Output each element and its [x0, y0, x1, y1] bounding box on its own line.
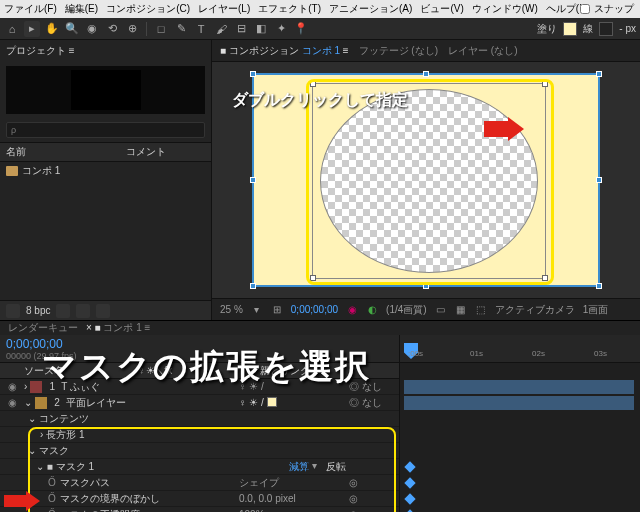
new-comp-icon[interactable] [76, 304, 90, 318]
prop-maskpath[interactable]: Őマスクパスシェイプ◎ [0, 475, 399, 491]
selection-tool[interactable]: ▸ [24, 21, 40, 37]
menu-file[interactable]: ファイル(F) [4, 2, 57, 16]
col-comment[interactable]: コメント [126, 145, 166, 159]
stroke-label: 線 [583, 22, 593, 36]
eye-icon[interactable]: ◉ [0, 397, 24, 408]
zoom-tool[interactable]: 🔍 [64, 21, 80, 37]
puppet-tool[interactable]: 📍 [293, 21, 309, 37]
prop-maskopacity[interactable]: Őマスクの不透明度100%◎ [0, 507, 399, 512]
snapshot-icon[interactable]: ◉ [346, 304, 358, 316]
arrow-icon [484, 117, 524, 141]
project-item-label: コンポ 1 [22, 164, 60, 178]
time-ruler[interactable]: ;00s 01s 02s 03s [400, 335, 640, 363]
brush-tool[interactable]: 🖌 [213, 21, 229, 37]
group-contents[interactable]: ⌄ コンテンツ [0, 411, 399, 427]
menu-layer[interactable]: レイヤー(L) [198, 2, 250, 16]
tab-renderqueue[interactable]: レンダーキュー [8, 321, 78, 335]
layer-bar-1[interactable] [404, 380, 634, 394]
viewer-tab-footage[interactable]: フッテージ (なし) [359, 44, 438, 58]
shape-tool[interactable]: □ [153, 21, 169, 37]
grid-icon[interactable]: ⊞ [271, 304, 283, 316]
3d-icon[interactable]: ⬚ [475, 304, 487, 316]
region-icon[interactable]: ▭ [435, 304, 447, 316]
fill-swatch[interactable] [563, 22, 577, 36]
mask-bounding-box[interactable] [312, 83, 546, 279]
timeline-tracks[interactable]: ;00s 01s 02s 03s [400, 335, 640, 512]
comp-icon [6, 166, 18, 176]
viewer-tab-layer[interactable]: レイヤー (なし) [448, 44, 517, 58]
stroke-width[interactable]: - px [619, 23, 636, 34]
menu-window[interactable]: ウィンドウ(W) [472, 2, 538, 16]
project-item-comp1[interactable]: コンポ 1 [0, 162, 211, 180]
layer-bar-2[interactable] [404, 396, 634, 410]
new-folder-icon[interactable] [56, 304, 70, 318]
project-search[interactable]: ρ [6, 122, 205, 138]
snap-label: スナップ [594, 2, 634, 16]
menu-comp[interactable]: コンポジション(C) [106, 2, 190, 16]
stamp-tool[interactable]: ⊟ [233, 21, 249, 37]
project-title: プロジェクト ≡ [0, 40, 211, 62]
menu-anim[interactable]: アニメーション(A) [329, 2, 412, 16]
interpret-icon[interactable] [6, 304, 20, 318]
bpc[interactable]: 8 bpc [26, 305, 50, 316]
menu-edit[interactable]: 編集(E) [65, 2, 98, 16]
group-masks[interactable]: ⌄ マスク [0, 443, 399, 459]
mask-1[interactable]: ⌄ ■ マスク 1 減算 ▾ 反転 [0, 459, 399, 475]
trash-icon[interactable] [96, 304, 110, 318]
zoom-level[interactable]: 25 % [220, 304, 243, 315]
snap-checkbox[interactable] [580, 4, 590, 14]
project-panel: プロジェクト ≡ ρ 名前 コメント コンポ 1 8 bpc [0, 40, 212, 320]
toolbar: ⌂ ▸ ✋ 🔍 ◉ ⟲ ⊕ □ ✎ T 🖌 ⊟ ◧ ✦ 📍 塗り 線 - px [0, 18, 640, 40]
viewer-tab-comp[interactable]: ■ コンポジション コンポ 1 ≡ [220, 44, 349, 58]
views[interactable]: 1画面 [583, 303, 609, 317]
transparency-icon[interactable]: ▦ [455, 304, 467, 316]
group-rect[interactable]: › 長方形 1 [0, 427, 399, 443]
anchor-tool[interactable]: ⊕ [124, 21, 140, 37]
camera[interactable]: アクティブカメラ [495, 303, 575, 317]
orbit-tool[interactable]: ◉ [84, 21, 100, 37]
keyframe-icon[interactable] [404, 493, 415, 504]
project-preview [6, 66, 205, 114]
svg-marker-0 [484, 117, 524, 141]
prop-maskfeather[interactable]: Őマスクの境界のぼかし0.0, 0.0 pixel◎ [0, 491, 399, 507]
col-name[interactable]: 名前 [6, 145, 126, 159]
home-icon[interactable]: ⌂ [4, 21, 20, 37]
tab-comp1[interactable]: × ■ コンポ 1 ≡ [86, 321, 150, 335]
hand-tool[interactable]: ✋ [44, 21, 60, 37]
composition-viewer: ■ コンポジション コンポ 1 ≡ フッテージ (なし) レイヤー (なし) ダ… [212, 40, 640, 320]
annotation-expansion: マスクの拡張を選択 [42, 344, 371, 390]
menu-effect[interactable]: エフェクト(T) [258, 2, 321, 16]
roto-tool[interactable]: ✦ [273, 21, 289, 37]
fill-label: 塗り [537, 22, 557, 36]
text-tool[interactable]: T [193, 21, 209, 37]
svg-marker-1 [4, 491, 40, 511]
annotation-dblclick: ダブルクリックして指定 [232, 90, 408, 111]
timecode[interactable]: 0;00;00;00 [291, 304, 338, 315]
resolution[interactable]: (1/4画質) [386, 303, 427, 317]
menu-bar: ファイル(F) 編集(E) コンポジション(C) レイヤー(L) エフェクト(T… [0, 0, 640, 18]
dropdown-icon[interactable]: ▾ [251, 304, 263, 316]
eraser-tool[interactable]: ◧ [253, 21, 269, 37]
keyframe-icon[interactable] [404, 461, 415, 472]
stroke-swatch[interactable] [599, 22, 613, 36]
menu-view[interactable]: ビュー(V) [420, 2, 463, 16]
canvas[interactable]: ダブルクリックして指定 [212, 62, 640, 298]
channel-icon[interactable]: ◐ [366, 304, 378, 316]
layer-2[interactable]: ◉ ⌄ 2 平面レイヤー ♀ ☀ / ◎ なし [0, 395, 399, 411]
keyframe-icon[interactable] [404, 477, 415, 488]
pen-tool[interactable]: ✎ [173, 21, 189, 37]
eye-icon[interactable]: ◉ [0, 381, 24, 392]
rotate-tool[interactable]: ⟲ [104, 21, 120, 37]
arrow-icon [4, 491, 40, 511]
